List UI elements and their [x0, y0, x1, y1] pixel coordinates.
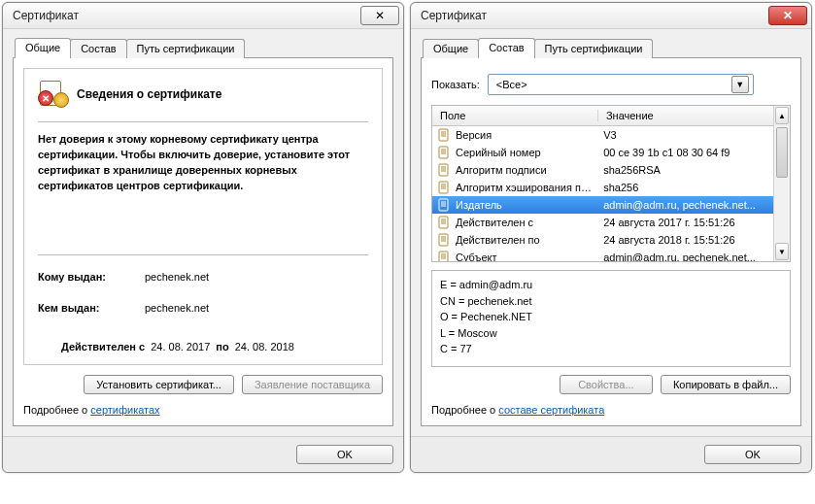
detail-line: O = Pechenek.NET [440, 309, 782, 325]
page-icon [436, 233, 452, 247]
titlebar[interactable]: Сертификат ✕ [411, 3, 811, 29]
table-row[interactable]: Действителен по24 августа 2018 г. 15:51:… [432, 231, 790, 249]
page-icon [436, 163, 452, 177]
tab-bar: Общие Состав Путь сертификации [13, 37, 393, 58]
certificate-icon: ✕ [38, 81, 69, 108]
row-value: 24 августа 2017 г. 15:51:26 [595, 217, 790, 228]
valid-to-label: по [216, 341, 228, 353]
table-row[interactable]: Издательadmin@adm.ru, pechenek.net... [432, 196, 790, 214]
field-detail-box[interactable]: E = admin@adm.ruCN = pechenek.netO = Pec… [431, 270, 791, 367]
tab-details[interactable]: Состав [70, 39, 126, 58]
svg-rect-16 [439, 199, 448, 211]
copy-to-file-button[interactable]: Копировать в файл... [661, 375, 791, 394]
valid-from-label: Действителен с [61, 341, 145, 353]
tab-general[interactable]: Общие [423, 39, 479, 58]
scrollbar[interactable]: ▲ ▼ [773, 106, 790, 261]
table-row[interactable]: Действителен с24 августа 2017 г. 15:51:2… [432, 214, 790, 231]
detail-line: CN = pechenek.net [440, 293, 782, 310]
chevron-down-icon: ▼ [731, 76, 749, 93]
close-icon: ✕ [783, 10, 793, 21]
row-value: 24 августа 2018 г. 15:51:26 [595, 234, 790, 246]
page-icon [436, 198, 452, 212]
certificate-window-details: Сертификат ✕ Общие Состав Путь сертифика… [410, 2, 812, 473]
page-icon [436, 251, 452, 261]
install-cert-button[interactable]: Установить сертификат... [84, 375, 234, 394]
show-filter-value: <Все> [496, 79, 527, 90]
scroll-track[interactable] [774, 125, 790, 242]
properties-button: Свойства... [560, 375, 653, 394]
tab-details[interactable]: Состав [478, 38, 534, 58]
show-label: Показать: [431, 79, 480, 90]
close-button[interactable]: ✕ [768, 6, 807, 25]
svg-rect-12 [439, 182, 448, 193]
page-icon [436, 181, 452, 194]
svg-rect-8 [439, 164, 448, 176]
row-field: Алгоритм подписи [452, 164, 595, 176]
page-icon [436, 216, 452, 229]
column-field[interactable]: Поле [432, 110, 598, 121]
scroll-thumb[interactable] [776, 127, 788, 178]
detail-line: L = Moscow [440, 325, 782, 342]
issued-to-value: pechenek.net [145, 271, 209, 283]
row-value: admin@adm.ru, pechenek.net... [595, 199, 790, 211]
page-icon [436, 128, 452, 142]
row-value: sha256RSA [595, 164, 790, 176]
page-icon [436, 146, 452, 159]
tab-general[interactable]: Общие [15, 38, 71, 58]
column-value[interactable]: Значение [598, 110, 790, 121]
learn-more-prefix: Подробнее о [23, 404, 90, 416]
table-row[interactable]: ВерсияV3 [432, 126, 790, 144]
learn-more-details-link[interactable]: составе сертификата [498, 404, 604, 416]
close-icon: ✕ [375, 10, 385, 21]
detail-line: E = admin@adm.ru [440, 277, 782, 293]
row-field: Издатель [452, 199, 595, 211]
row-value: V3 [595, 129, 790, 141]
svg-rect-0 [439, 129, 448, 141]
row-field: Версия [452, 129, 595, 141]
row-field: Действителен с [452, 217, 595, 228]
tab-certpath[interactable]: Путь сертификации [126, 39, 246, 58]
cert-header-label: Сведения о сертификате [77, 87, 221, 101]
scroll-down-icon[interactable]: ▼ [775, 243, 789, 260]
titlebar[interactable]: Сертификат ✕ [3, 3, 403, 29]
svg-rect-20 [439, 217, 448, 228]
learn-more-prefix: Подробнее о [431, 404, 498, 416]
issued-by-value: pechenek.net [145, 302, 209, 314]
window-title: Сертификат [13, 9, 79, 22]
valid-to-value: 24. 08. 2018 [235, 341, 294, 353]
issued-by-label: Кем выдан: [38, 302, 145, 314]
row-field: Действителен по [452, 234, 595, 246]
valid-from-value: 24. 08. 2017 [151, 341, 210, 353]
list-header[interactable]: Поле Значение [432, 106, 790, 126]
window-title: Сертификат [421, 9, 487, 22]
detail-line: C = 77 [440, 341, 782, 357]
table-row[interactable]: Алгоритм подписиsha256RSA [432, 161, 790, 179]
svg-rect-24 [439, 234, 448, 246]
row-field: Алгоритм хэширования по... [452, 182, 595, 193]
table-row[interactable]: Серийный номер00 ce 39 1b c1 08 30 64 f9 [432, 144, 790, 161]
learn-more-certs-link[interactable]: сертификатах [90, 404, 159, 416]
row-value: admin@adm.ru, pechenek.net... [595, 252, 790, 261]
svg-rect-4 [439, 147, 448, 158]
tab-bar: Общие Состав Путь сертификации [421, 37, 801, 58]
certificate-window-general: Сертификат ✕ Общие Состав Путь сертифика… [2, 2, 404, 473]
table-row[interactable]: Алгоритм хэширования по...sha256 [432, 179, 790, 196]
issuer-statement-button: Заявление поставщика [242, 375, 383, 394]
fields-listview[interactable]: Поле Значение ВерсияV3Серийный номер00 c… [431, 105, 791, 262]
row-value: sha256 [595, 182, 790, 193]
row-field: Серийный номер [452, 147, 595, 158]
issued-to-label: Кому выдан: [38, 271, 145, 283]
scroll-up-icon[interactable]: ▲ [775, 107, 789, 124]
row-field: Субъект [452, 252, 595, 261]
tab-certpath[interactable]: Путь сертификации [534, 39, 654, 58]
trust-warning-text: Нет доверия к этому корневому сертификат… [38, 132, 368, 194]
row-value: 00 ce 39 1b c1 08 30 64 f9 [595, 147, 790, 158]
ok-button[interactable]: OK [704, 445, 801, 464]
ok-button[interactable]: OK [296, 445, 393, 464]
show-filter-dropdown[interactable]: <Все> ▼ [488, 74, 754, 95]
close-button[interactable]: ✕ [360, 6, 399, 25]
table-row[interactable]: Субъектadmin@adm.ru, pechenek.net... [432, 249, 790, 261]
